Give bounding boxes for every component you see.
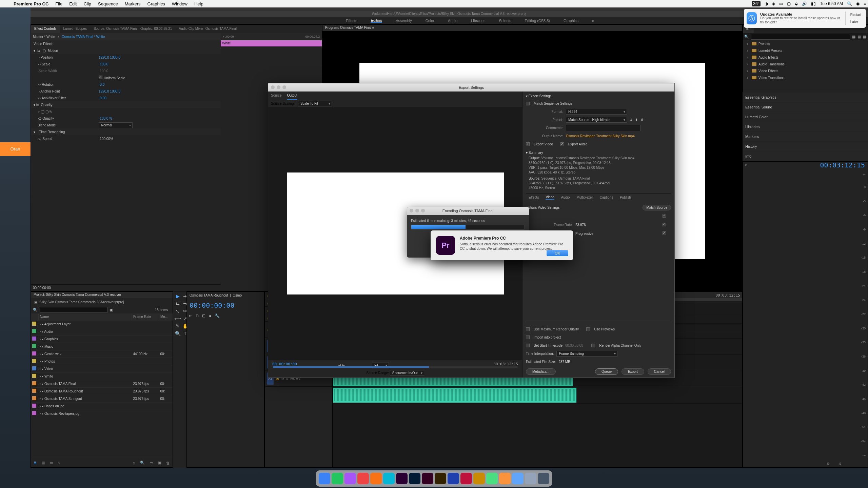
dock-app-icon[interactable] xyxy=(460,473,472,484)
time-interpolation-dropdown[interactable]: Frame Sampling xyxy=(556,351,617,357)
delete-preset-icon[interactable]: 🗑 xyxy=(640,118,644,122)
tab-audio-clip-mixer[interactable]: Audio Clip Mixer: Osmosis TAMA Final xyxy=(175,25,240,33)
match-check[interactable] xyxy=(663,231,666,235)
export-subtab-captions[interactable]: Captions xyxy=(600,196,613,199)
menu-markers[interactable]: Markers xyxy=(121,1,144,6)
find-icon[interactable]: 🔍 xyxy=(140,461,145,465)
preset-dropdown[interactable]: Match Source - High bitrate xyxy=(566,117,627,123)
new-item-icon[interactable]: ▣ xyxy=(158,461,161,465)
workspace-effects[interactable]: Effects xyxy=(346,19,357,23)
effects-folder[interactable]: ›Video Transitions xyxy=(743,74,868,81)
match-check[interactable] xyxy=(663,214,666,218)
dock-app-icon[interactable] xyxy=(396,473,408,484)
pen-tool[interactable]: ✎ xyxy=(175,323,180,329)
panel-markers[interactable]: Markers xyxy=(743,132,868,141)
save-preset-icon[interactable]: ⬇ xyxy=(630,118,632,122)
match-sequence-checkbox[interactable] xyxy=(526,102,530,105)
status-siri-icon[interactable]: ◉ xyxy=(854,1,862,6)
zoom-icon[interactable] xyxy=(282,85,286,89)
export-source-range-dropdown[interactable]: Sequence In/Out xyxy=(390,370,424,376)
output-name-link[interactable]: Osmosis Revitapen Treatment Silky Skin.m… xyxy=(566,134,635,138)
menu-window[interactable]: Window xyxy=(169,1,191,6)
status-cc-icon[interactable]: ◑ xyxy=(763,1,770,6)
dock-app-icon[interactable] xyxy=(409,473,420,484)
dock-app-icon[interactable] xyxy=(422,473,433,484)
panel-history[interactable]: History xyxy=(743,142,868,151)
status-volume-icon[interactable]: 🔊 xyxy=(800,1,809,6)
status-airplay-icon[interactable]: ▢ xyxy=(785,1,793,6)
dock-app-icon[interactable] xyxy=(319,473,330,484)
dock-app-icon[interactable] xyxy=(383,473,395,484)
menu-graphics[interactable]: Graphics xyxy=(144,1,169,6)
project-filter-input[interactable] xyxy=(40,307,107,313)
src-icon[interactable]: ⊓ xyxy=(196,313,199,318)
status-notifications-icon[interactable]: ≡ xyxy=(862,1,868,6)
effects-folder[interactable]: ›Lumetri Presets xyxy=(743,47,868,54)
dock-app-icon[interactable] xyxy=(357,473,369,484)
dock-app-icon[interactable] xyxy=(344,473,356,484)
export-subtab-audio[interactable]: Audio xyxy=(561,196,570,199)
status-display-icon[interactable]: ▭ xyxy=(777,1,785,6)
list-view-icon[interactable]: ≣ xyxy=(34,461,37,465)
status-wifi-icon[interactable]: ⬙ xyxy=(793,1,800,6)
panel-essential-graphics[interactable]: Essential Graphics xyxy=(743,93,868,102)
project-item-row[interactable]: › ▸ Osmosis TAMA Final23.976 fps00: xyxy=(31,380,173,387)
new-bin-icon[interactable]: 🗀 xyxy=(150,461,153,465)
uniform-scale-checkbox[interactable] xyxy=(99,76,102,79)
export-dialog-titlebar[interactable]: Export Settings xyxy=(268,83,674,92)
tab-lumetri-scopes[interactable]: Lumetri Scopes xyxy=(60,25,90,33)
menu-help[interactable]: Help xyxy=(191,1,207,6)
workspace-editing[interactable]: Editing xyxy=(371,18,382,23)
notification-later-button[interactable]: Later xyxy=(848,19,863,25)
project-item-row[interactable]: › ▸ Osmosis TAMA Roughcut23.976 fps00: xyxy=(31,387,173,395)
src-icon[interactable]: 🔧 xyxy=(215,313,220,318)
fx-sequence-clip[interactable]: Osmosis TAMA Final * White xyxy=(62,35,105,39)
effects-filter-icon-3[interactable]: ▦ xyxy=(863,35,866,39)
macos-dock[interactable] xyxy=(316,470,552,487)
error-ok-button[interactable]: OK xyxy=(547,250,568,256)
dock-app-icon[interactable] xyxy=(332,473,343,484)
effects-filter-icon-2[interactable]: ▦ xyxy=(857,35,861,39)
dock-app-icon[interactable] xyxy=(473,473,485,484)
workspace-audio[interactable]: Audio xyxy=(448,19,457,23)
project-item-row[interactable]: › ▸ Hands on.jpg xyxy=(31,402,173,410)
menu-clip[interactable]: Clip xyxy=(80,1,95,6)
slip-tool[interactable]: ⟷ xyxy=(175,316,180,321)
app-name[interactable]: Premiere Pro CC xyxy=(10,1,52,6)
status-temp[interactable]: 36° xyxy=(750,1,763,6)
effects-folder[interactable]: ›Video Effects xyxy=(743,67,868,74)
dock-app-icon[interactable] xyxy=(448,473,459,484)
encoding-dialog-titlebar[interactable]: Encoding Osmosis TAMA Final xyxy=(407,207,529,215)
dock-app-icon[interactable] xyxy=(538,473,549,484)
status-battery-icon[interactable]: ▮▯ xyxy=(809,1,818,6)
export-subtab-multiplexer[interactable]: Multiplexer xyxy=(576,196,593,199)
match-source-button[interactable]: Match Source xyxy=(643,205,671,210)
freeform-view-icon[interactable]: ▭ xyxy=(50,461,53,465)
notification-restart-button[interactable]: Restart xyxy=(848,12,863,18)
project-item-row[interactable]: › ▸ Graphics xyxy=(31,335,173,343)
zoom-tool[interactable]: 🔍 xyxy=(175,331,180,336)
workspace-assembly[interactable]: Assembly xyxy=(396,19,412,23)
workspace-libraries[interactable]: Libraries xyxy=(471,19,485,23)
dock-app-icon[interactable] xyxy=(370,473,382,484)
menu-sequence[interactable]: Sequence xyxy=(95,1,121,6)
set-start-tc-checkbox[interactable] xyxy=(526,344,530,347)
export-audio-checkbox[interactable] xyxy=(560,142,564,146)
render-alpha-checkbox[interactable] xyxy=(591,344,595,347)
workspace-graphics[interactable]: Graphics xyxy=(564,19,578,23)
export-subtab-video[interactable]: Video xyxy=(546,195,554,200)
menu-edit[interactable]: Edit xyxy=(66,1,80,6)
dock-app-icon[interactable] xyxy=(499,473,511,484)
workspace-selects[interactable]: Selects xyxy=(499,19,511,23)
use-previews-checkbox[interactable] xyxy=(586,327,590,331)
zoom-slider[interactable]: ○ xyxy=(58,461,60,465)
effects-filter-icon[interactable]: ▦ xyxy=(852,35,855,39)
workspace-overflow[interactable]: » xyxy=(592,19,594,23)
project-filter-icon[interactable]: ▣ xyxy=(110,308,113,312)
use-max-quality-checkbox[interactable] xyxy=(526,327,530,331)
import-into-project-checkbox[interactable] xyxy=(526,336,530,339)
effects-folder[interactable]: ›Audio Transitions xyxy=(743,61,868,67)
status-clock[interactable]: Tue 6:50 AM xyxy=(818,1,845,6)
project-item-row[interactable]: › ▸ Audio xyxy=(31,328,173,335)
project-item-row[interactable]: › ▸ White xyxy=(31,372,173,380)
